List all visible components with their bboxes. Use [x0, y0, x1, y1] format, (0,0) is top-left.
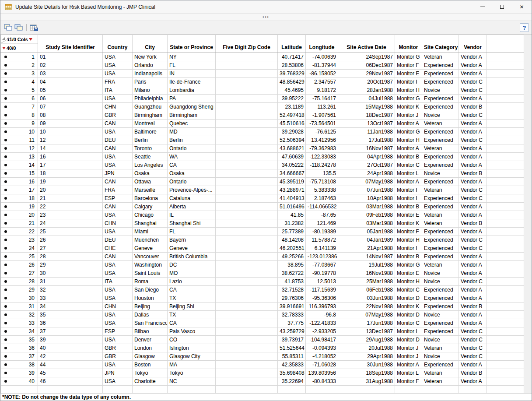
cell-monitor[interactable]: Monitor C [395, 319, 422, 327]
row-state-cell[interactable]: 39 [1, 369, 38, 377]
cell-latitude[interactable]: 47.60639 [278, 153, 306, 161]
cell-city[interactable]: Bilbao [133, 327, 168, 336]
cell-vendor[interactable]: Vendor A [459, 286, 487, 294]
row-state-cell[interactable]: 18 [1, 194, 38, 203]
cell-five-digit-zip-code[interactable] [216, 178, 278, 186]
cell-study-site-identifier[interactable]: 14 [38, 144, 103, 153]
row-number[interactable]: 11 [29, 137, 35, 143]
cell-country[interactable]: DEU [103, 136, 133, 144]
cell-study-site-identifier[interactable]: 21 [38, 194, 103, 203]
row-state-cell[interactable]: 31 [1, 303, 38, 311]
cell-monitor[interactable]: Monitor F [395, 61, 422, 70]
row-number[interactable]: 19 [29, 204, 35, 210]
cell-site-active-date[interactable]: 07Jun1988 [338, 186, 395, 194]
row-state-bullet-icon[interactable] [4, 64, 7, 67]
cell-five-digit-zip-code[interactable] [216, 120, 278, 128]
cell-city[interactable]: Toronto [133, 144, 168, 153]
cell-site-active-date[interactable]: 16Nov1987 [338, 144, 395, 153]
cell-monitor[interactable]: Monitor H [395, 278, 422, 286]
row-number[interactable]: 27 [29, 270, 35, 276]
cell-latitude[interactable]: 55.85311 [278, 352, 306, 361]
cell-country[interactable]: USA [103, 336, 133, 344]
cell-country[interactable]: CAN [103, 144, 133, 153]
cell-latitude[interactable]: 38.62722 [278, 269, 306, 278]
row-state-cell[interactable]: 20 [1, 211, 38, 219]
cell-longitude[interactable]: 113.261 [306, 103, 338, 111]
cell-site-active-date[interactable]: 11Jan1988 [338, 128, 395, 136]
cell-state-or-province[interactable]: Guangdong Sheng [168, 103, 216, 111]
cell-site-category[interactable]: Experienced [422, 78, 459, 86]
cell-site-active-date[interactable]: 04Apr1988 [338, 153, 395, 161]
row-state-cell[interactable]: 6 [1, 95, 38, 103]
cell-city[interactable]: Berlin [133, 136, 168, 144]
row-state-bullet-icon[interactable] [4, 147, 7, 150]
cell-site-active-date[interactable]: 15May1988 [338, 103, 395, 111]
cell-site-category[interactable]: Experienced [422, 61, 459, 70]
cell-state-or-province[interactable]: NY [168, 53, 216, 61]
cell-state-or-province[interactable]: Beijing Shi [168, 303, 216, 311]
row-number[interactable]: 24 [29, 245, 35, 251]
cell-state-or-province[interactable]: TX [168, 311, 216, 319]
row-number[interactable]: 37 [29, 353, 35, 359]
cell-study-site-identifier[interactable]: 17 [38, 161, 103, 169]
cell-site-category[interactable]: Veteran [422, 377, 459, 386]
cell-site-active-date[interactable]: 14Nov1987 [338, 253, 395, 261]
column-header-country[interactable]: Country [103, 35, 133, 53]
cell-longitude[interactable]: 6.141139 [306, 244, 338, 253]
cell-country[interactable]: CAN [103, 253, 133, 261]
row-state-cell[interactable]: 1 [1, 53, 38, 61]
cell-vendor[interactable]: Vendor B [459, 219, 487, 228]
cell-latitude[interactable]: 31.2382 [278, 219, 306, 228]
cell-study-site-identifier[interactable]: 23 [38, 211, 103, 219]
window-layout-button[interactable] [3, 22, 14, 33]
cell-five-digit-zip-code[interactable] [216, 144, 278, 153]
cell-site-category[interactable]: Experienced [422, 178, 459, 186]
cell-longitude[interactable]: -86.158052 [306, 70, 338, 78]
cell-site-category[interactable]: Veteran [422, 186, 459, 194]
cell-vendor[interactable]: Vendor C [459, 86, 487, 95]
row-state-bullet-icon[interactable] [4, 264, 7, 266]
cell-site-active-date[interactable]: 29Aug1988 [338, 336, 395, 344]
cell-vendor[interactable]: Vendor A [459, 261, 487, 269]
row-state-cell[interactable]: 15 [1, 169, 38, 178]
cell-longitude[interactable]: 135.5 [306, 169, 338, 178]
cell-vendor[interactable]: Vendor A [459, 269, 487, 278]
cell-longitude[interactable]: 139.803956 [306, 369, 338, 377]
cell-latitude[interactable]: 46.202551 [278, 244, 306, 253]
cell-state-or-province[interactable]: NC [168, 377, 216, 386]
cell-country[interactable]: ESP [103, 327, 133, 336]
cell-site-category[interactable]: Novice [422, 311, 459, 319]
column-header-longitude[interactable]: Longitude [306, 35, 338, 53]
cell-latitude[interactable]: 40.71417 [278, 53, 306, 61]
row-state-bullet-icon[interactable] [4, 272, 7, 274]
toolbar-overflow-strip[interactable]: ••• [0, 14, 532, 21]
cell-site-category[interactable]: Novice [422, 86, 459, 95]
cell-longitude[interactable]: -114.066532 [306, 203, 338, 211]
cell-longitude[interactable]: -71.06028 [306, 361, 338, 369]
cell-state-or-province[interactable]: Provence-Alpes-... [168, 186, 216, 194]
column-header-state-or-province[interactable]: State or Province [168, 35, 216, 53]
row-number[interactable]: 8 [32, 112, 35, 118]
help-button[interactable]: ? [520, 23, 529, 32]
cell-latitude[interactable]: 52.497418 [278, 111, 306, 120]
cell-five-digit-zip-code[interactable] [216, 86, 278, 95]
cell-country[interactable]: CHN [103, 103, 133, 111]
cell-city[interactable]: Denver [133, 336, 168, 344]
cell-vendor[interactable]: Vendor A [459, 253, 487, 261]
cell-monitor[interactable]: Monitor F [395, 377, 422, 386]
cell-vendor[interactable]: Vendor B [459, 369, 487, 377]
cell-site-active-date[interactable]: 09Feb1988 [338, 211, 395, 219]
row-state-bullet-icon[interactable] [4, 114, 7, 116]
cell-country[interactable]: ITA [103, 278, 133, 286]
row-state-bullet-icon[interactable] [4, 372, 7, 374]
cell-monitor[interactable]: Monitor J [395, 344, 422, 352]
cell-site-active-date[interactable]: 21Apr1988 [338, 244, 395, 253]
cell-longitude[interactable]: -4.218052 [306, 352, 338, 361]
cell-state-or-province[interactable]: FL [168, 61, 216, 70]
cell-vendor[interactable]: Vendor C [459, 336, 487, 344]
row-number[interactable]: 6 [32, 95, 35, 102]
cell-state-or-province[interactable]: TX [168, 294, 216, 303]
cell-site-active-date[interactable]: 04Jan1989 [338, 236, 395, 244]
row-number[interactable]: 9 [32, 120, 35, 127]
cell-monitor[interactable]: Monitor K [395, 103, 422, 111]
